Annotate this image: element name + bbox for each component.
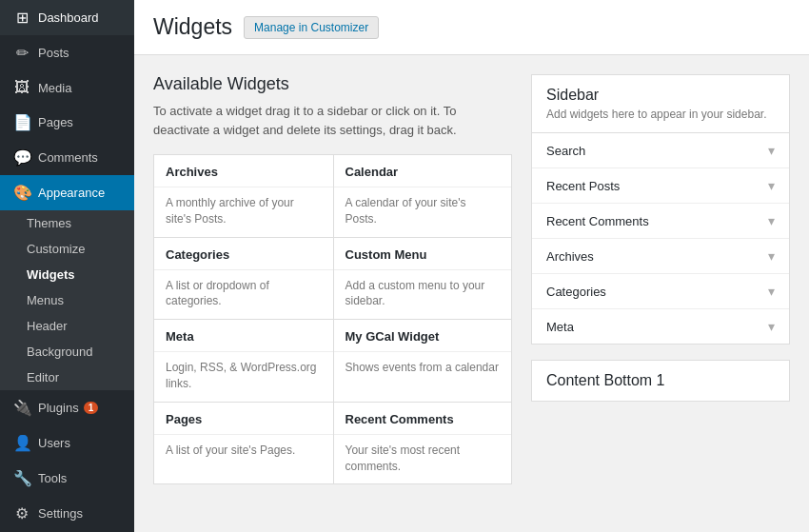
appearance-submenu: Themes Customize Widgets Menus Header Ba…	[0, 210, 134, 390]
sidebar-sub-background[interactable]: Background	[0, 339, 134, 365]
pages-label: Pages	[38, 115, 73, 129]
sidebar-item-plugins[interactable]: 🔌 Plugins 1	[0, 390, 134, 425]
users-label: Users	[38, 436, 70, 450]
widget-pages-title: Pages	[154, 403, 333, 435]
users-icon: 👤	[13, 434, 30, 452]
sidebar-sub-header[interactable]: Header	[0, 313, 134, 339]
pages-icon: 📄	[13, 113, 30, 131]
widget-recent-comments-desc: Your site's most recent comments.	[334, 435, 512, 484]
sidebar-widget-recent-comments[interactable]: Recent Comments ▾	[532, 204, 789, 239]
settings-label: Settings	[38, 506, 83, 521]
expand-icon: ▾	[768, 248, 775, 264]
widget-custom-menu[interactable]: Custom Menu Add a custom menu to your si…	[333, 237, 512, 320]
sidebar-widget-desc: Add widgets here to appear in your sideb…	[546, 108, 775, 121]
dashboard-label: Dashboard	[38, 10, 99, 25]
sidebar-item-settings[interactable]: ⚙ Settings	[0, 496, 134, 531]
widget-archives-desc: A monthly archive of your site's Posts.	[154, 187, 333, 237]
sidebar-widget-header: Sidebar Add widgets here to appear in yo…	[532, 75, 789, 133]
sidebar-item-comments[interactable]: 💬 Comments	[0, 140, 134, 175]
sidebar-sub-editor[interactable]: Editor	[0, 365, 134, 390]
media-icon: 🖼	[13, 79, 30, 96]
sidebar-sub-widgets[interactable]: Widgets	[0, 262, 134, 287]
admin-sidebar: ⊞ Dashboard ✏ Posts 🖼 Media 📄 Pages 💬 Co…	[0, 0, 134, 532]
page-title: Widgets	[153, 14, 232, 40]
expand-icon: ▾	[768, 284, 775, 299]
widget-custom-menu-title: Custom Menu	[334, 238, 512, 270]
posts-label: Posts	[38, 46, 69, 60]
dashboard-icon: ⊞	[13, 9, 30, 27]
media-label: Media	[38, 81, 71, 95]
sidebar-widget-title: Sidebar	[546, 87, 775, 104]
expand-icon: ▾	[768, 319, 775, 334]
widget-meta[interactable]: Meta Login, RSS, & WordPress.org links.	[154, 319, 333, 402]
sidebar-item-dashboard[interactable]: ⊞ Dashboard	[0, 0, 134, 35]
tools-icon: 🔧	[13, 469, 30, 487]
appearance-icon: 🎨	[13, 184, 30, 202]
settings-icon: ⚙	[13, 504, 30, 522]
sidebar-sub-menus[interactable]: Menus	[0, 287, 134, 313]
sidebar-widget-archives[interactable]: Archives ▾	[532, 239, 789, 274]
widget-pages-desc: A list of your site's Pages.	[154, 435, 333, 468]
sidebar-widget-categories[interactable]: Categories ▾	[532, 274, 789, 309]
widget-categories[interactable]: Categories A list or dropdown of categor…	[154, 237, 333, 320]
comments-label: Comments	[38, 150, 98, 165]
widget-recent-comments-title: Recent Comments	[334, 403, 512, 435]
sidebar-drop-zone: Sidebar Add widgets here to appear in yo…	[531, 74, 790, 345]
page-header: Widgets Manage in Customizer	[134, 0, 809, 55]
widget-custom-menu-desc: Add a custom menu to your sidebar.	[334, 270, 512, 320]
widgets-grid: Archives A monthly archive of your site'…	[153, 154, 512, 484]
sidebar-widget-search[interactable]: Search ▾	[532, 133, 789, 168]
expand-icon: ▾	[768, 178, 775, 193]
sidebar-widget-meta[interactable]: Meta ▾	[532, 309, 789, 344]
widget-calendar-desc: A calendar of your site's Posts.	[334, 187, 512, 237]
expand-icon: ▾	[768, 213, 775, 228]
widget-meta-desc: Login, RSS, & WordPress.org links.	[154, 352, 333, 402]
widget-pages[interactable]: Pages A list of your site's Pages.	[154, 402, 333, 484]
widget-gcal-title: My GCal Widget	[334, 320, 512, 352]
sidebar-item-media[interactable]: 🖼 Media	[0, 70, 134, 105]
appearance-label: Appearance	[38, 186, 105, 200]
sidebar-item-users[interactable]: 👤 Users	[0, 425, 134, 461]
comments-icon: 💬	[13, 148, 30, 167]
tools-label: Tools	[38, 471, 67, 485]
widget-calendar[interactable]: Calendar A calendar of your site's Posts…	[333, 155, 512, 237]
widget-meta-title: Meta	[154, 320, 333, 352]
available-widgets-heading: Available Widgets	[153, 74, 512, 94]
sidebar-item-posts[interactable]: ✏ Posts	[0, 35, 134, 70]
widget-categories-title: Categories	[154, 238, 333, 270]
widget-recent-comments[interactable]: Recent Comments Your site's most recent …	[333, 402, 512, 484]
plugins-label: Plugins	[38, 401, 79, 415]
widget-gcal-desc: Shows events from a calendar	[334, 352, 512, 385]
content-bottom-zone: Content Bottom 1	[531, 360, 790, 402]
plugins-icon: 🔌	[13, 399, 30, 417]
available-widgets-description: To activate a widget drag it to a sideba…	[153, 102, 512, 139]
widget-archives[interactable]: Archives A monthly archive of your site'…	[154, 155, 333, 237]
sidebar-item-pages[interactable]: 📄 Pages	[0, 105, 134, 140]
widget-calendar-title: Calendar	[334, 155, 512, 187]
widget-gcal[interactable]: My GCal Widget Shows events from a calen…	[333, 319, 512, 402]
sidebar-sub-themes[interactable]: Themes	[0, 210, 134, 236]
plugins-badge: 1	[84, 402, 99, 414]
sidebar-item-tools[interactable]: 🔧 Tools	[0, 461, 134, 496]
widget-categories-desc: A list or dropdown of categories.	[154, 270, 333, 320]
available-widgets-panel: Available Widgets To activate a widget d…	[153, 74, 512, 484]
sidebar-sub-customize[interactable]: Customize	[0, 236, 134, 262]
sidebar-item-appearance[interactable]: 🎨 Appearance	[0, 175, 134, 210]
expand-icon: ▾	[768, 143, 775, 158]
manage-in-customizer-button[interactable]: Manage in Customizer	[244, 16, 379, 39]
widget-archives-title: Archives	[154, 155, 333, 187]
posts-icon: ✏	[13, 44, 30, 62]
content-bottom-title: Content Bottom 1	[546, 372, 775, 389]
main-content: Widgets Manage in Customizer Available W…	[134, 0, 809, 532]
content-area: Available Widgets To activate a widget d…	[134, 55, 809, 503]
sidebar-widgets-panel: Sidebar Add widgets here to appear in yo…	[531, 74, 790, 484]
sidebar-widget-recent-posts[interactable]: Recent Posts ▾	[532, 168, 789, 204]
